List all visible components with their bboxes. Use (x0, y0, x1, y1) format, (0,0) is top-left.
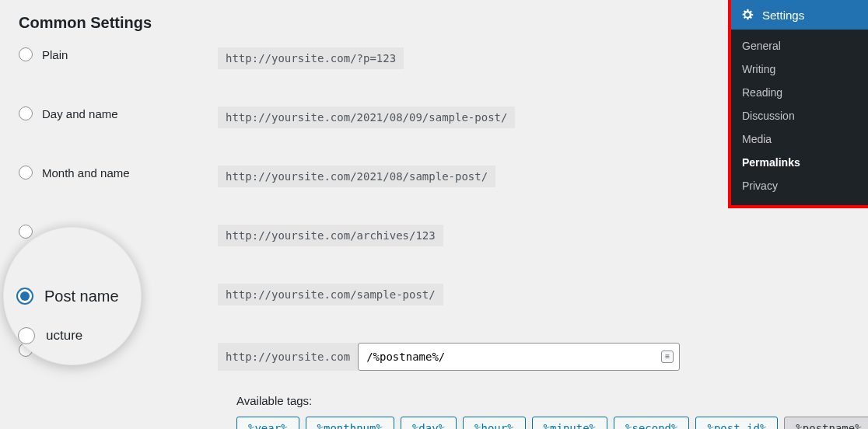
sidebar-item-privacy[interactable]: Privacy (731, 174, 868, 197)
available-tags: %year% %monthnum% %day% %hour% %minute% … (236, 417, 868, 429)
mag-label-custom: ucture (46, 328, 82, 344)
tag-postname[interactable]: %postname% (784, 417, 868, 429)
tag-minute[interactable]: %minute% (532, 417, 607, 429)
settings-icon (740, 8, 754, 22)
settings-sidebar: Settings General Writing Reading Discuss… (728, 0, 868, 208)
tag-monthnum[interactable]: %monthnum% (306, 417, 394, 429)
option-row-numeric: http://yoursite.com/archives/123 (19, 225, 868, 246)
option-row-post-name: Post name http://yoursite.com/sample-pos… (19, 284, 868, 305)
sidebar-item-media[interactable]: Media (731, 127, 868, 151)
sidebar-item-discussion[interactable]: Discussion (731, 104, 868, 127)
label-day-name: Day and name (42, 107, 118, 120)
example-plain: http://yoursite.com/?p=123 (218, 47, 404, 69)
tag-second[interactable]: %second% (614, 417, 689, 429)
label-plain: Plain (42, 48, 68, 61)
mag-label-post-name: Post name (44, 288, 119, 305)
mag-radio-custom (18, 327, 35, 344)
mag-radio-post-name (16, 288, 33, 305)
tag-post-id[interactable]: %post_id% (695, 417, 778, 429)
custom-prefix: http://yoursite.com (218, 343, 358, 371)
custom-structure-input[interactable] (358, 343, 680, 371)
sidebar-title: Settings (762, 9, 804, 22)
available-tags-label: Available tags: (236, 394, 868, 407)
radio-day-name[interactable] (19, 106, 33, 120)
label-month-name: Month and name (42, 166, 130, 180)
magnifier-lens: Post name ucture (3, 227, 142, 365)
radio-plain[interactable] (19, 47, 33, 61)
example-post-name: http://yoursite.com/sample-post/ (218, 284, 443, 305)
input-indicator-icon: ≡ (661, 351, 674, 363)
radio-numeric[interactable] (19, 225, 33, 239)
sidebar-settings-header[interactable]: Settings (731, 0, 868, 30)
sidebar-item-general[interactable]: General (731, 34, 868, 58)
sidebar-item-writing[interactable]: Writing (731, 58, 868, 81)
sidebar-item-reading[interactable]: Reading (731, 81, 868, 104)
tag-hour[interactable]: %hour% (463, 417, 526, 429)
example-numeric: http://yoursite.com/archives/123 (218, 225, 443, 246)
tag-year[interactable]: %year% (236, 417, 299, 429)
sidebar-item-permalinks[interactable]: Permalinks (731, 151, 868, 174)
example-day-name: http://yoursite.com/2021/08/09/sample-po… (218, 106, 515, 128)
example-month-name: http://yoursite.com/2021/08/sample-post/ (218, 166, 495, 187)
radio-month-name[interactable] (19, 166, 33, 180)
tag-day[interactable]: %day% (401, 417, 457, 429)
option-row-custom: ucture http://yoursite.com ≡ (19, 343, 868, 371)
